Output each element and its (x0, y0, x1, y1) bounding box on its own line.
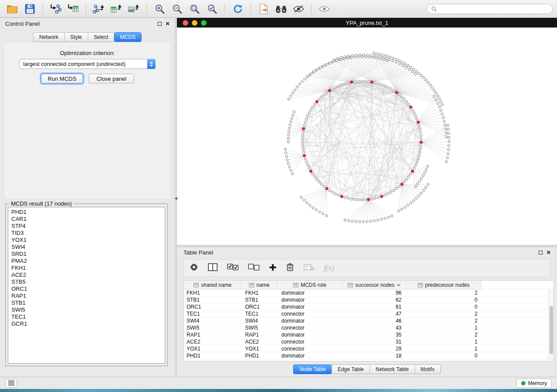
table-cell[interactable]: 31 (343, 339, 406, 345)
close-panel-button[interactable]: Close panel (89, 74, 134, 83)
network-canvas[interactable] (177, 28, 557, 245)
import-network-button[interactable] (48, 2, 63, 15)
search-input[interactable] (439, 6, 548, 12)
search-network-button[interactable] (273, 2, 289, 15)
tab-select[interactable]: Select (88, 32, 114, 42)
column-header-shared-name[interactable]: shared name (184, 281, 242, 289)
table-cell[interactable]: SWI5 (184, 325, 242, 331)
tab-network-table[interactable]: Network Table (370, 364, 415, 374)
tab-network[interactable]: Network (33, 32, 64, 42)
mcds-result-item[interactable]: PMA2 (8, 258, 165, 265)
table-cell[interactable]: ACE2 (184, 339, 242, 345)
table-cell[interactable]: 0 (406, 304, 481, 310)
table-row[interactable]: RAP1RAP1dominator352 (184, 331, 554, 338)
table-cell[interactable]: STB1 (242, 297, 277, 303)
table-cell[interactable]: dominator (277, 332, 343, 338)
table-cell[interactable]: connector (277, 311, 343, 317)
table-cell[interactable]: 1 (406, 339, 481, 345)
table-settings-button[interactable] (190, 263, 198, 273)
zoom-in-button[interactable] (152, 2, 167, 15)
table-cell[interactable]: SWI4 (242, 318, 277, 324)
select-all-button[interactable] (227, 264, 239, 272)
mcds-result-item[interactable]: STB5 (8, 279, 165, 285)
export-table-button[interactable] (108, 2, 124, 15)
mcds-result-item[interactable]: YOX1 (8, 237, 165, 244)
show-graphics-details-button[interactable] (316, 2, 332, 15)
zoom-fit-button[interactable] (187, 2, 202, 15)
run-mcds-button[interactable]: Run MCDS (41, 74, 83, 83)
table-cell[interactable]: 46 (343, 318, 406, 324)
export-network-button[interactable] (91, 2, 107, 15)
mcds-result-item[interactable]: ORC1 (8, 285, 165, 292)
tab-style[interactable]: Style (64, 32, 88, 42)
table-cell[interactable]: 29 (343, 346, 406, 352)
table-cell[interactable]: 2 (406, 332, 481, 338)
table-cell[interactable]: ORC1 (242, 304, 277, 310)
table-row[interactable]: YOX1YOX1connector291 (184, 345, 554, 352)
hide-graphics-details-button[interactable] (291, 2, 306, 15)
table-row[interactable]: TEC1TEC1connector472 (184, 310, 554, 317)
status-menu-button[interactable] (5, 379, 17, 388)
table-cell[interactable]: RAP1 (242, 332, 277, 338)
table-cell[interactable]: YOX1 (242, 346, 277, 352)
table-row[interactable]: SWI5SWI5connector431 (184, 324, 554, 331)
table-cell[interactable]: TEC1 (242, 311, 277, 317)
table-cell[interactable]: 2 (406, 318, 481, 324)
mcds-result-item[interactable]: STB1 (8, 299, 165, 306)
table-cell[interactable]: 35 (343, 332, 406, 338)
table-cell[interactable]: dominator (277, 297, 343, 303)
mcds-result-item[interactable]: RAP1 (8, 292, 165, 299)
mcds-result-item[interactable]: PHD1 (8, 209, 165, 216)
create-column-button[interactable] (269, 264, 277, 273)
zoom-selected-button[interactable] (204, 2, 220, 15)
tab-edge-table[interactable]: Edge Table (332, 364, 370, 374)
table-cell[interactable]: connector (277, 346, 343, 352)
table-cell[interactable]: 61 (343, 304, 406, 310)
table-scrollbar[interactable] (548, 289, 554, 361)
table-cell[interactable]: 0 (406, 353, 481, 359)
mcds-result-item[interactable]: SRD1 (8, 251, 165, 258)
close-window-icon[interactable] (183, 20, 188, 26)
table-cell[interactable]: 1 (406, 346, 481, 352)
column-header-successor-nodes[interactable]: successor nodes (343, 281, 406, 289)
zoom-out-button[interactable] (169, 2, 185, 15)
close-table-panel-icon[interactable]: × (547, 250, 550, 255)
table-cell[interactable]: STB1 (184, 297, 242, 303)
mcds-result-item[interactable]: STP4 (8, 223, 165, 230)
mcds-result-item[interactable]: SWI4 (8, 244, 165, 251)
float-panel-icon[interactable] (158, 22, 162, 26)
mcds-result-item[interactable]: ACE2 (8, 272, 165, 279)
table-cell[interactable]: YOX1 (184, 346, 242, 352)
table-cell[interactable]: 43 (343, 325, 406, 331)
table-cell[interactable]: 2 (406, 290, 481, 296)
column-header-predecessor-nodes[interactable]: predecessor nodes (406, 281, 481, 289)
table-cell[interactable]: 0 (406, 297, 481, 303)
float-table-panel-icon[interactable] (539, 251, 543, 254)
table-row[interactable]: SWI4SWI4dominator462 (184, 317, 554, 324)
column-header-mcds-role[interactable]: MCDS role (277, 281, 343, 289)
table-cell[interactable]: PHD1 (242, 353, 277, 359)
criterion-dropdown[interactable]: largest connected component (undirected) (19, 59, 156, 69)
mcds-result-item[interactable]: GCR1 (8, 320, 165, 327)
global-search[interactable] (427, 4, 553, 14)
deselect-all-button[interactable] (248, 264, 259, 272)
delete-column-button[interactable] (286, 263, 294, 273)
table-cell[interactable]: 1 (406, 325, 481, 331)
network-graph[interactable] (177, 28, 557, 245)
table-row[interactable]: ACE2ACE2connector311 (184, 338, 554, 345)
table-cell[interactable]: dominator (277, 353, 343, 359)
mcds-result-item[interactable]: SWI5 (8, 306, 165, 313)
table-cell[interactable]: TEC1 (184, 311, 242, 317)
mcds-result-item[interactable]: TID3 (8, 230, 165, 237)
table-cell[interactable]: 62 (343, 297, 406, 303)
table-cell[interactable]: FKH1 (242, 290, 277, 296)
table-cell[interactable]: dominator (277, 318, 343, 324)
mcds-result-item[interactable]: CAR1 (8, 216, 165, 223)
table-row[interactable]: FKH1FKH1dominator962 (184, 289, 554, 296)
table-cell[interactable]: 47 (343, 311, 406, 317)
import-table-button[interactable] (65, 2, 81, 15)
table-row[interactable]: STB1STB1dominator620 (184, 296, 554, 303)
show-column-button[interactable] (208, 263, 218, 273)
network-window-titlebar[interactable]: YPA_prune.txt_1 (177, 18, 557, 28)
table-cell[interactable]: 2 (406, 311, 481, 317)
